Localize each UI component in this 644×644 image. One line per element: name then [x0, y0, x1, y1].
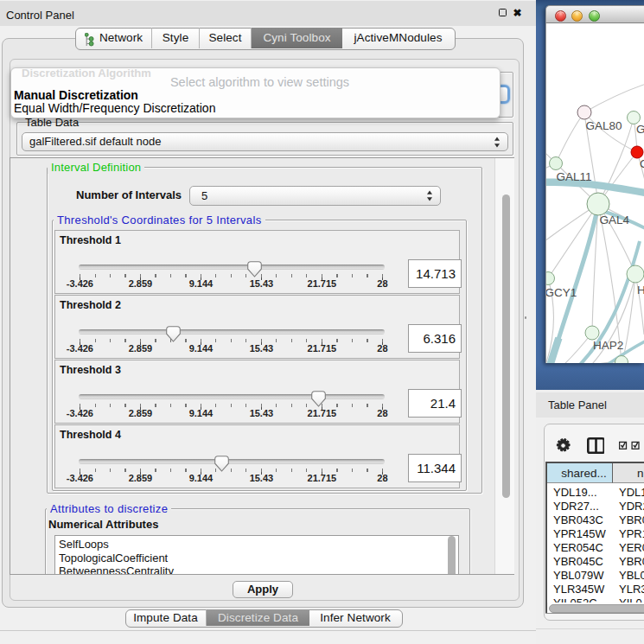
svg-text:GAL80: GAL80	[586, 119, 622, 132]
svg-text:HAP2: HAP2	[593, 339, 623, 352]
svg-text:GAL11: GAL11	[557, 170, 592, 183]
svg-text:C: C	[640, 157, 644, 170]
svg-text:GCY1: GCY1	[546, 286, 577, 299]
svg-text:GA: GA	[636, 123, 644, 136]
svg-text:GAL4: GAL4	[600, 214, 630, 226]
svg-text:H: H	[637, 284, 644, 296]
